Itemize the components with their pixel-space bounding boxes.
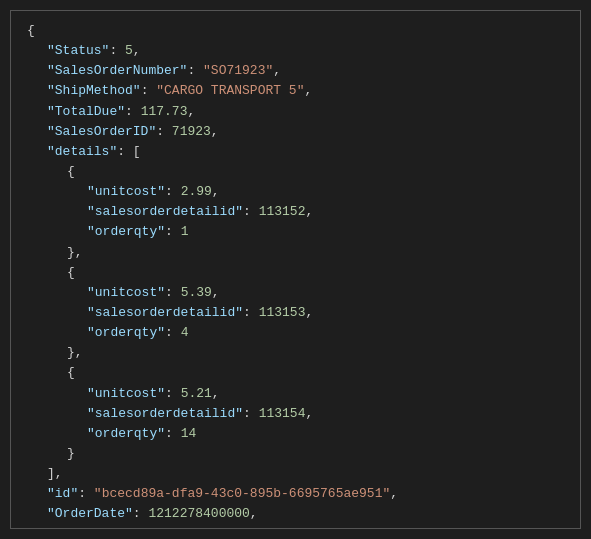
json-line: "salesorderdetailid": 113154, bbox=[27, 404, 564, 424]
json-line: { bbox=[27, 363, 564, 383]
json-line: "_rid": "ZI9JAIcEOSICAAAAAAAAAA==", bbox=[27, 525, 564, 529]
json-line: "salesorderdetailid": 113153, bbox=[27, 303, 564, 323]
json-line: { bbox=[27, 263, 564, 283]
json-line: "orderqty": 1 bbox=[27, 222, 564, 242]
json-line: "unitcost": 5.21, bbox=[27, 384, 564, 404]
json-line: "Status": 5, bbox=[27, 41, 564, 61]
json-line: } bbox=[27, 444, 564, 464]
json-line: "SalesOrderNumber": "SO71923", bbox=[27, 61, 564, 81]
json-line: "TotalDue": 117.73, bbox=[27, 102, 564, 122]
json-line: "id": "bcecd89a-dfa9-43c0-895b-6695765ae… bbox=[27, 484, 564, 504]
json-line: { bbox=[27, 21, 564, 41]
json-line: { bbox=[27, 162, 564, 182]
json-line: "orderqty": 4 bbox=[27, 323, 564, 343]
json-line: "ShipMethod": "CARGO TRANSPORT 5", bbox=[27, 81, 564, 101]
json-line: "details": [ bbox=[27, 142, 564, 162]
json-line: ], bbox=[27, 464, 564, 484]
json-line: "SalesOrderID": 71923, bbox=[27, 122, 564, 142]
json-line: }, bbox=[27, 343, 564, 363]
json-line: "unitcost": 5.39, bbox=[27, 283, 564, 303]
json-line: "unitcost": 2.99, bbox=[27, 182, 564, 202]
json-viewer[interactable]: {"Status": 5,"SalesOrderNumber": "SO7192… bbox=[10, 10, 581, 529]
json-line: "salesorderdetailid": 113152, bbox=[27, 202, 564, 222]
json-line: }, bbox=[27, 243, 564, 263]
json-line: "OrderDate": 1212278400000, bbox=[27, 504, 564, 524]
json-line: "orderqty": 14 bbox=[27, 424, 564, 444]
